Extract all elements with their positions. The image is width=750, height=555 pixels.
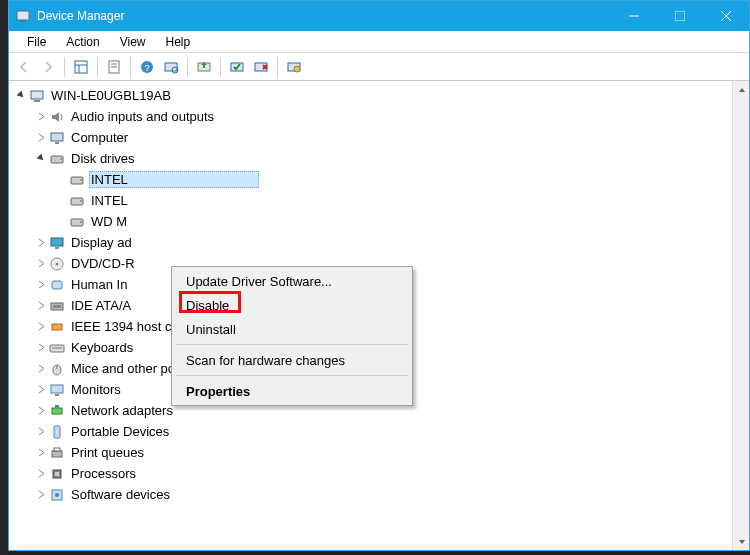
menu-view[interactable]: View [110,33,156,51]
tree-item-portable[interactable]: Portable Devices [9,421,732,442]
svg-rect-48 [55,394,59,396]
menu-help[interactable]: Help [156,33,201,51]
tree-label: WIN-LE0UGBL19AB [49,87,173,104]
tree-root[interactable]: WIN-LE0UGBL19AB [9,85,732,106]
tree-item-print[interactable]: Print queues [9,442,732,463]
tree-label: Keyboards [69,339,135,356]
disk-icon [69,193,85,209]
scan-hw-button[interactable] [160,56,182,78]
tree-label: Computer [69,129,130,146]
update-driver-button[interactable] [193,56,215,78]
properties-button[interactable] [103,56,125,78]
expand-icon[interactable] [33,277,49,293]
enable-button[interactable] [226,56,248,78]
expand-icon[interactable] [33,340,49,356]
expand-icon[interactable] [33,487,49,503]
expand-icon[interactable] [33,319,49,335]
cpu-icon [49,466,65,482]
expand-icon[interactable] [33,466,49,482]
expand-icon[interactable] [33,361,49,377]
tree-label-selected: INTEL [89,171,259,188]
keyboard-icon [49,340,65,356]
expand-icon[interactable] [33,109,49,125]
collapse-icon[interactable] [33,151,49,167]
speaker-icon [49,109,65,125]
tree-label: IDE ATA/A [69,297,133,314]
computer-icon [29,88,45,104]
menu-action[interactable]: Action [56,33,109,51]
svg-rect-41 [53,305,61,308]
forward-button[interactable] [37,56,59,78]
svg-rect-3 [675,11,685,21]
expand-icon[interactable] [33,256,49,272]
title-bar[interactable]: Device Manager [9,1,749,31]
expand-icon[interactable] [33,445,49,461]
context-uninstall[interactable]: Uninstall [174,317,410,341]
show-hide-tree-button[interactable] [70,56,92,78]
expand-icon[interactable] [33,298,49,314]
svg-rect-6 [75,61,87,73]
vertical-scrollbar[interactable] [732,81,749,550]
tree-label: DVD/CD-R [69,255,137,272]
tree-item-processors[interactable]: Processors [9,463,732,484]
expand-icon[interactable] [33,403,49,419]
portable-icon [49,424,65,440]
help-button[interactable]: ? [136,56,158,78]
app-icon [15,8,31,24]
tree-item-disk2[interactable]: INTEL [9,190,732,211]
scroll-down-icon[interactable] [733,533,750,550]
svg-point-32 [80,200,82,202]
menu-bar: File Action View Help [9,31,749,53]
ide-icon [49,298,65,314]
maximize-button[interactable] [657,1,703,31]
background-sliver [0,0,8,555]
tree-item-computer[interactable]: Computer [9,127,732,148]
uninstall-button[interactable] [250,56,272,78]
svg-point-38 [56,262,59,265]
context-scan[interactable]: Scan for hardware changes [174,348,410,372]
tree-label: Portable Devices [69,423,171,440]
svg-text:?: ? [144,63,149,73]
printer-icon [49,445,65,461]
tree-label: Software devices [69,486,172,503]
context-update-driver[interactable]: Update Driver Software... [174,269,410,293]
svg-rect-25 [51,133,63,141]
scroll-up-icon[interactable] [733,81,750,98]
tree-label: INTEL [89,192,130,209]
minimize-button[interactable] [611,1,657,31]
tree-label: Human In [69,276,129,293]
svg-rect-35 [51,238,63,246]
tree-item-display[interactable]: Display ad [9,232,732,253]
close-button[interactable] [703,1,749,31]
tree-item-disk3[interactable]: WD M [9,211,732,232]
menu-file[interactable]: File [17,33,56,51]
expand-icon[interactable] [33,130,49,146]
collapse-icon[interactable] [13,88,29,104]
expand-icon[interactable] [33,382,49,398]
svg-point-28 [60,158,62,160]
context-properties[interactable]: Properties [174,379,410,403]
svg-point-57 [55,493,59,497]
disk-icon [49,151,65,167]
context-disable[interactable]: Disable [174,293,410,317]
expand-icon[interactable] [33,235,49,251]
menu-separator [176,375,408,376]
disk-icon [69,172,85,188]
tree-label: Display ad [69,234,134,251]
svg-rect-55 [55,472,59,476]
tree-label: Audio inputs and outputs [69,108,216,125]
back-button[interactable] [13,56,35,78]
legacy-hw-button[interactable] [283,56,305,78]
svg-point-30 [80,179,82,181]
expand-icon[interactable] [33,424,49,440]
tree-item-audio[interactable]: Audio inputs and outputs [9,106,732,127]
tree-item-disk-selected[interactable]: INTEL [9,169,732,190]
hid-icon [49,277,65,293]
svg-rect-26 [55,142,59,144]
tree-label: Disk drives [69,150,137,167]
window-title: Device Manager [37,9,124,23]
tree-item-disk-drives[interactable]: Disk drives [9,148,732,169]
svg-rect-36 [55,247,59,249]
tree-item-software[interactable]: Software devices [9,484,732,505]
mouse-icon [49,361,65,377]
